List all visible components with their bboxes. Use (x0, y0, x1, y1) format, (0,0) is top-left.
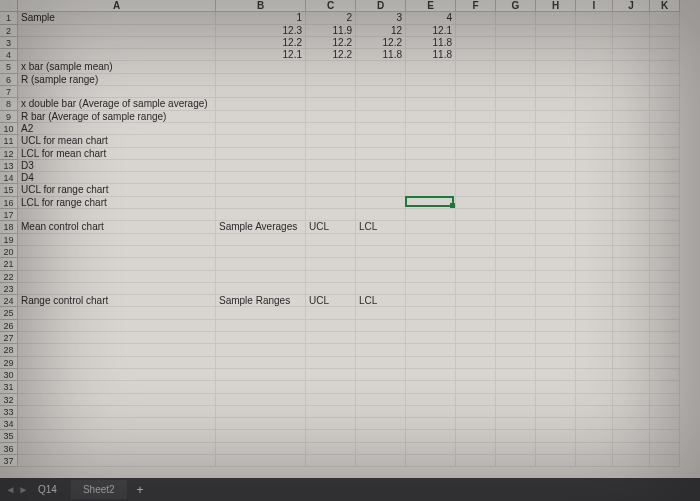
cell-F13[interactable] (456, 160, 496, 172)
cell-H21[interactable] (536, 258, 576, 270)
cell-B36[interactable] (216, 443, 306, 455)
cell-J23[interactable] (613, 283, 650, 295)
cell-G12[interactable] (496, 148, 536, 160)
cell-A6[interactable]: R (sample range) (18, 74, 216, 86)
row-header-4[interactable]: 4 (0, 49, 18, 61)
cell-A5[interactable]: x bar (sample mean) (18, 61, 216, 73)
row-header-34[interactable]: 34 (0, 418, 18, 430)
cell-C26[interactable] (306, 320, 356, 332)
cell-C15[interactable] (306, 184, 356, 196)
cell-A17[interactable] (18, 209, 216, 221)
cell-F21[interactable] (456, 258, 496, 270)
cell-C32[interactable] (306, 394, 356, 406)
cell-J1[interactable] (613, 12, 650, 24)
cell-C20[interactable] (306, 246, 356, 258)
cell-K1[interactable] (650, 12, 680, 24)
cell-G37[interactable] (496, 455, 536, 467)
cell-I21[interactable] (576, 258, 613, 270)
cell-C7[interactable] (306, 86, 356, 98)
cell-I37[interactable] (576, 455, 613, 467)
cell-C31[interactable] (306, 381, 356, 393)
cell-E23[interactable] (406, 283, 456, 295)
row-header-9[interactable]: 9 (0, 111, 18, 123)
cell-J37[interactable] (613, 455, 650, 467)
cell-A31[interactable] (18, 381, 216, 393)
cell-C2[interactable]: 11.9 (306, 25, 356, 37)
cell-B29[interactable] (216, 357, 306, 369)
cell-K8[interactable] (650, 98, 680, 110)
cell-G34[interactable] (496, 418, 536, 430)
cell-F3[interactable] (456, 37, 496, 49)
cell-I11[interactable] (576, 135, 613, 147)
cell-E30[interactable] (406, 369, 456, 381)
cell-I34[interactable] (576, 418, 613, 430)
cell-I31[interactable] (576, 381, 613, 393)
cell-F28[interactable] (456, 344, 496, 356)
cell-C34[interactable] (306, 418, 356, 430)
tab-nav-arrows[interactable]: ◄ ► (0, 484, 34, 495)
cell-C8[interactable] (306, 98, 356, 110)
row-header-8[interactable]: 8 (0, 98, 18, 110)
cell-K7[interactable] (650, 86, 680, 98)
cell-B1[interactable]: 1 (216, 12, 306, 24)
cell-F1[interactable] (456, 12, 496, 24)
cell-B7[interactable] (216, 86, 306, 98)
cell-D6[interactable] (356, 74, 406, 86)
cell-A2[interactable] (18, 25, 216, 37)
cell-D26[interactable] (356, 320, 406, 332)
cell-D27[interactable] (356, 332, 406, 344)
cell-G30[interactable] (496, 369, 536, 381)
cell-F22[interactable] (456, 271, 496, 283)
cell-F17[interactable] (456, 209, 496, 221)
row-header-27[interactable]: 27 (0, 332, 18, 344)
cell-A8[interactable]: x double bar (Average of sample average) (18, 98, 216, 110)
cell-F9[interactable] (456, 111, 496, 123)
cell-E32[interactable] (406, 394, 456, 406)
cell-H2[interactable] (536, 25, 576, 37)
cell-K18[interactable] (650, 221, 680, 233)
cell-D16[interactable] (356, 197, 406, 209)
cell-A19[interactable] (18, 234, 216, 246)
cell-D34[interactable] (356, 418, 406, 430)
cell-G13[interactable] (496, 160, 536, 172)
cell-B32[interactable] (216, 394, 306, 406)
row-header-37[interactable]: 37 (0, 455, 18, 467)
col-header-E[interactable]: E (406, 0, 456, 12)
cell-H13[interactable] (536, 160, 576, 172)
cell-D4[interactable]: 11.8 (356, 49, 406, 61)
cell-I32[interactable] (576, 394, 613, 406)
cell-K4[interactable] (650, 49, 680, 61)
cell-B13[interactable] (216, 160, 306, 172)
cell-G16[interactable] (496, 197, 536, 209)
cell-K28[interactable] (650, 344, 680, 356)
cell-G32[interactable] (496, 394, 536, 406)
cell-B22[interactable] (216, 271, 306, 283)
row-header-1[interactable]: 1 (0, 12, 18, 24)
row-header-35[interactable]: 35 (0, 430, 18, 442)
cell-A33[interactable] (18, 406, 216, 418)
cell-C23[interactable] (306, 283, 356, 295)
cell-K20[interactable] (650, 246, 680, 258)
row-header-17[interactable]: 17 (0, 209, 18, 221)
cell-H31[interactable] (536, 381, 576, 393)
cell-J34[interactable] (613, 418, 650, 430)
row-header-6[interactable]: 6 (0, 74, 18, 86)
cell-H37[interactable] (536, 455, 576, 467)
cell-J29[interactable] (613, 357, 650, 369)
row-header-19[interactable]: 19 (0, 234, 18, 246)
cell-D29[interactable] (356, 357, 406, 369)
cell-G22[interactable] (496, 271, 536, 283)
cell-F27[interactable] (456, 332, 496, 344)
cell-E1[interactable]: 4 (406, 12, 456, 24)
cell-C17[interactable] (306, 209, 356, 221)
row-header-24[interactable]: 24 (0, 295, 18, 307)
cell-A18[interactable]: Mean control chart (18, 221, 216, 233)
cell-F33[interactable] (456, 406, 496, 418)
cell-I3[interactable] (576, 37, 613, 49)
cell-K9[interactable] (650, 111, 680, 123)
cell-I2[interactable] (576, 25, 613, 37)
cell-H4[interactable] (536, 49, 576, 61)
cell-K35[interactable] (650, 430, 680, 442)
col-header-G[interactable]: G (496, 0, 536, 12)
cell-K21[interactable] (650, 258, 680, 270)
